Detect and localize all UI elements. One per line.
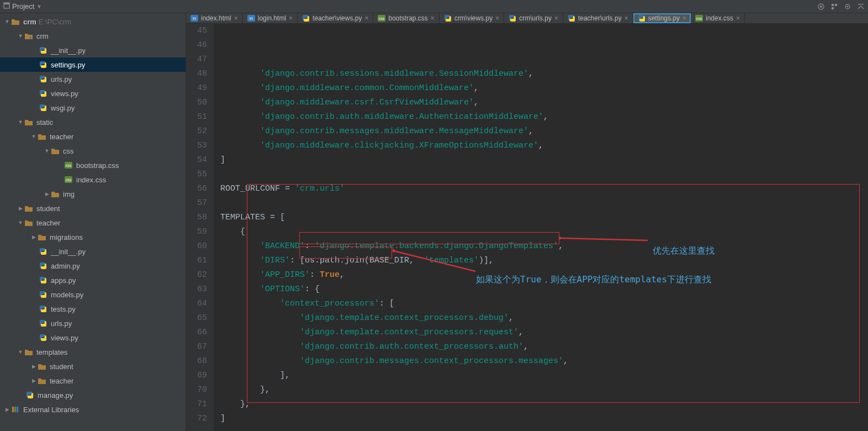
code-line-57[interactable]: 'BACKEND': 'django.template.backends.dja… xyxy=(220,239,868,254)
chevron-right-icon: ▶ xyxy=(30,378,38,383)
svg-text:css: css xyxy=(66,164,72,167)
code-line-49[interactable]: 'django.contrib.messages.middleware.Mess… xyxy=(220,124,868,139)
code-line-52[interactable] xyxy=(220,167,868,182)
tree-item-student[interactable]: ▶ student xyxy=(0,201,186,216)
code-line-50[interactable]: 'django.middleware.clickjacking.XFrameOp… xyxy=(220,139,868,153)
python-file-icon xyxy=(39,60,47,69)
project-panel-icon xyxy=(3,2,10,10)
folder-icon xyxy=(24,118,33,127)
tab-teacher-views-py[interactable]: teacher\views.py× xyxy=(298,13,373,23)
chevron-down-icon: ▼ xyxy=(36,4,41,9)
tree-item-external-libs[interactable]: ▶ External Libraries xyxy=(0,402,186,417)
code-line-68[interactable]: }, xyxy=(220,397,868,412)
code-line-48[interactable]: 'django.contrib.auth.middleware.Authenti… xyxy=(220,110,868,124)
code-line-56[interactable]: { xyxy=(220,225,868,239)
target-icon[interactable] xyxy=(817,3,825,10)
tab-crm-views-py[interactable]: crm\views.py× xyxy=(440,13,504,23)
tree-item-settings[interactable]: settings.py xyxy=(0,57,186,72)
css-file-icon: css xyxy=(64,161,73,170)
svg-rect-1 xyxy=(4,3,9,4)
tree-item-tests[interactable]: tests.py xyxy=(0,302,186,316)
code-line-45[interactable]: 'django.contrib.sessions.middleware.Sess… xyxy=(220,67,868,81)
tree-item-migrations[interactable]: ▶ migrations xyxy=(0,230,186,244)
close-icon[interactable]: × xyxy=(364,14,368,22)
svg-text:css: css xyxy=(696,17,702,20)
tree-item-templates-student[interactable]: ▶ student xyxy=(0,359,186,374)
tree-item-teacher-app[interactable]: ▼ teacher xyxy=(0,216,186,230)
folder-icon xyxy=(11,17,20,26)
svg-text:css: css xyxy=(66,178,72,182)
close-icon[interactable]: × xyxy=(624,14,628,22)
tree-item-img[interactable]: ▶ img xyxy=(0,187,186,201)
project-tree[interactable]: ▼ crm E:\PC\crm ▼ crm __init__.py settin… xyxy=(0,13,186,431)
code-line-53[interactable]: ROOT_URLCONF = 'crm.urls' xyxy=(220,182,868,196)
close-icon[interactable]: × xyxy=(682,14,686,22)
tree-item-bootstrap-css[interactable]: css bootstrap.css xyxy=(0,158,186,172)
tree-item-admin[interactable]: admin.py xyxy=(0,259,186,273)
tree-item-wsgi[interactable]: wsgi.py xyxy=(0,101,186,115)
svg-rect-6 xyxy=(858,4,864,4)
collapse-icon[interactable] xyxy=(857,3,865,10)
close-icon[interactable]: × xyxy=(495,14,499,22)
code-line-67[interactable]: }, xyxy=(220,383,868,397)
code-line-58[interactable]: 'DIRS': [os.path.join(BASE_DIR, 'templat… xyxy=(220,254,868,268)
tree-item-static-teacher[interactable]: ▼ teacher xyxy=(0,129,186,144)
project-root[interactable]: ▼ crm E:\PC\crm xyxy=(0,14,186,29)
tree-item-init[interactable]: __init__.py xyxy=(0,43,186,57)
code-line-70[interactable] xyxy=(220,426,868,431)
tab-settings-py[interactable]: settings.py× xyxy=(633,13,691,23)
close-icon[interactable]: × xyxy=(289,14,293,22)
code-editor[interactable]: 4546474849505152535455565758596061626364… xyxy=(186,24,868,431)
tree-item-urls[interactable]: urls.py xyxy=(0,72,186,86)
root-name: crm xyxy=(23,18,36,26)
tab-index-html[interactable]: Hindex.html× xyxy=(186,13,243,23)
code-line-66[interactable]: ], xyxy=(220,369,868,383)
tab-bootstrap-css[interactable]: cssbootstrap.css× xyxy=(373,13,439,23)
python-file-icon xyxy=(39,304,47,313)
folder-icon xyxy=(24,348,33,356)
libraries-icon xyxy=(11,405,20,414)
tree-item-static[interactable]: ▼ static xyxy=(0,115,186,129)
tab-index-css[interactable]: cssindex.css× xyxy=(691,13,745,23)
project-toolbar: Project ▼ xyxy=(0,0,868,13)
code-line-55[interactable]: TEMPLATES = [ xyxy=(220,211,868,225)
tree-item-models[interactable]: models.py xyxy=(0,287,186,302)
tree-item-views[interactable]: views.py xyxy=(0,86,186,101)
code-line-63[interactable]: 'django.template.context_processors.requ… xyxy=(220,325,868,340)
tree-item-urls2[interactable]: urls.py xyxy=(0,316,186,330)
tree-item-init2[interactable]: __init__.py xyxy=(0,244,186,259)
tree-item-apps[interactable]: apps.py xyxy=(0,273,186,287)
chevron-down-icon: ▼ xyxy=(17,33,24,39)
tab-login-html[interactable]: Hlogin.html× xyxy=(243,13,298,23)
code-line-65[interactable]: 'django.contrib.messages.context_process… xyxy=(220,354,868,369)
code-line-46[interactable]: 'django.middleware.common.CommonMiddlewa… xyxy=(220,81,868,96)
code-line-54[interactable] xyxy=(220,196,868,211)
tree-item-templates[interactable]: ▼ templates xyxy=(0,345,186,359)
code-line-62[interactable]: 'django.template.context_processors.debu… xyxy=(220,311,868,325)
tab-teacher-urls-py[interactable]: teacher\urls.py× xyxy=(563,13,633,23)
svg-point-5 xyxy=(847,6,849,7)
code-line-64[interactable]: 'django.contrib.auth.context_processors.… xyxy=(220,340,868,354)
close-icon[interactable]: × xyxy=(234,14,238,22)
view-mode-icon[interactable] xyxy=(830,3,838,10)
code-line-47[interactable]: 'django.middleware.csrf.CsrfViewMiddlewa… xyxy=(220,96,868,110)
tree-item-manage[interactable]: manage.py xyxy=(0,388,186,402)
tree-item-css-folder[interactable]: ▼ css xyxy=(0,144,186,158)
project-dropdown[interactable]: Project ▼ xyxy=(3,2,41,10)
code-line-51[interactable]: ] xyxy=(220,153,868,167)
code-line-59[interactable]: 'APP_DIRS': True, xyxy=(220,268,868,282)
code-line-69[interactable]: ] xyxy=(220,412,868,426)
tree-item-crm[interactable]: ▼ crm xyxy=(0,29,186,43)
close-icon[interactable]: × xyxy=(736,14,740,22)
chevron-down-icon: ▼ xyxy=(17,220,24,225)
code-area[interactable]: 'django.contrib.sessions.middleware.Sess… xyxy=(214,24,868,431)
gear-icon[interactable] xyxy=(844,3,851,10)
close-icon[interactable]: × xyxy=(431,14,435,22)
tab-crm-urls-py[interactable]: crm\urls.py× xyxy=(504,13,563,23)
code-line-61[interactable]: 'context_processors': [ xyxy=(220,297,868,311)
tree-item-index-css[interactable]: css index.css xyxy=(0,172,186,187)
code-line-60[interactable]: 'OPTIONS': { xyxy=(220,282,868,297)
tree-item-views2[interactable]: views.py xyxy=(0,330,186,345)
close-icon[interactable]: × xyxy=(554,14,558,22)
tree-item-templates-teacher[interactable]: ▶ teacher xyxy=(0,374,186,388)
